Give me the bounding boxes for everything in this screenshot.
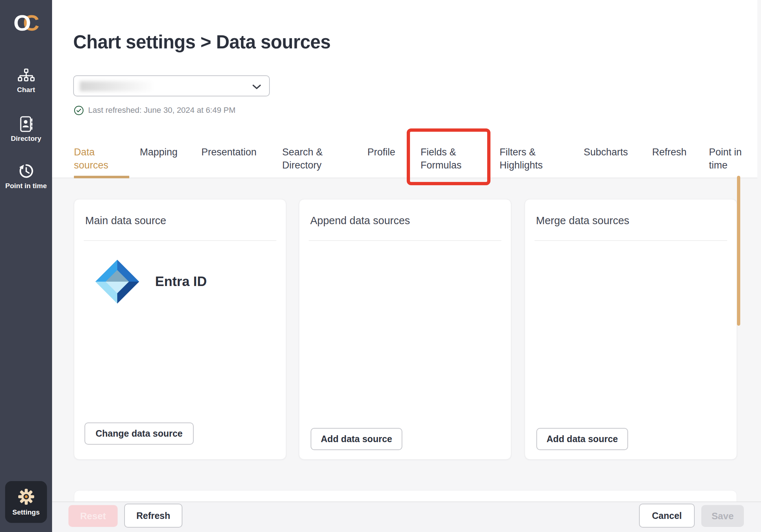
data-source-name: Entra ID bbox=[155, 274, 207, 289]
card-divider bbox=[535, 240, 727, 241]
check-circle-icon bbox=[74, 106, 84, 115]
sidebar-item-label: Point in time bbox=[0, 182, 52, 190]
logo-letter-o: O bbox=[13, 10, 30, 35]
card-divider bbox=[84, 240, 276, 241]
chevron-down-icon bbox=[252, 84, 261, 90]
next-section-card-partial bbox=[74, 490, 737, 501]
card-title: Merge data sources bbox=[536, 215, 629, 227]
tab-mapping[interactable]: Mapping bbox=[140, 146, 185, 159]
chart-selector-dropdown[interactable] bbox=[73, 75, 270, 96]
settings-tab-bar: Data sources Mapping Presentation Search… bbox=[52, 141, 761, 178]
gear-icon bbox=[17, 488, 35, 506]
tab-subcharts[interactable]: Subcharts bbox=[584, 146, 635, 159]
tab-search-directory[interactable]: Search & Directory bbox=[282, 146, 329, 172]
data-sources-content: Main data source Entra ID Change data so… bbox=[52, 178, 761, 501]
add-data-source-button-merge[interactable]: Add data source bbox=[536, 428, 628, 450]
history-icon bbox=[17, 162, 35, 180]
footer-action-bar: Reset Refresh Cancel Save bbox=[52, 501, 761, 532]
page-title: Chart settings > Data sources bbox=[73, 31, 331, 53]
card-title: Append data sources bbox=[310, 215, 410, 227]
sidebar-item-label: Directory bbox=[0, 135, 52, 143]
main-panel: Chart settings > Data sources Last refre… bbox=[52, 0, 761, 532]
cancel-button[interactable]: Cancel bbox=[639, 504, 695, 528]
change-data-source-button[interactable]: Change data source bbox=[84, 422, 194, 445]
tab-fields-formulas[interactable]: Fields & Formulas bbox=[421, 146, 467, 172]
last-refreshed-text: Last refreshed: June 30, 2024 at 6:49 PM bbox=[88, 106, 236, 115]
merge-data-sources-card: Merge data sources Add data source bbox=[525, 199, 737, 460]
app-logo[interactable]: OC bbox=[0, 12, 52, 34]
sidebar-item-settings[interactable]: Settings bbox=[5, 481, 47, 523]
tab-filters-highlights[interactable]: Filters & Highlights bbox=[500, 146, 554, 172]
append-data-sources-card: Append data sources Add data source bbox=[299, 199, 511, 460]
active-tab-underline bbox=[74, 176, 129, 178]
directory-icon bbox=[18, 116, 35, 132]
save-button[interactable]: Save bbox=[701, 505, 744, 527]
refresh-button[interactable]: Refresh bbox=[124, 504, 182, 528]
sidebar-item-directory[interactable]: Directory bbox=[0, 116, 52, 143]
sidebar-item-point-in-time[interactable]: Point in time bbox=[0, 162, 52, 190]
tab-point-in-time[interactable]: Point in time bbox=[709, 146, 744, 172]
chart-selector-value-redacted bbox=[80, 81, 153, 91]
entra-id-logo bbox=[94, 258, 141, 305]
sidebar-item-label: Chart bbox=[0, 86, 52, 94]
card-title: Main data source bbox=[85, 215, 166, 227]
org-chart-icon bbox=[17, 68, 35, 84]
sidebar-item-chart[interactable]: Chart bbox=[0, 68, 52, 94]
scrollbar-gutter bbox=[757, 0, 761, 178]
reset-button[interactable]: Reset bbox=[68, 505, 118, 527]
settings-label: Settings bbox=[12, 508, 40, 516]
data-source-row: Entra ID bbox=[94, 258, 207, 305]
tab-refresh[interactable]: Refresh bbox=[652, 146, 690, 159]
tab-data-sources[interactable]: Data sources bbox=[74, 146, 115, 172]
last-refreshed-status: Last refreshed: June 30, 2024 at 6:49 PM bbox=[74, 105, 236, 116]
card-divider bbox=[309, 240, 501, 241]
tab-profile[interactable]: Profile bbox=[367, 146, 402, 159]
sidebar: OC Chart Directory Point in time bbox=[0, 0, 52, 532]
main-data-source-card: Main data source Entra ID Change data so… bbox=[74, 199, 286, 460]
tab-presentation[interactable]: Presentation bbox=[201, 146, 267, 159]
add-data-source-button-append[interactable]: Add data source bbox=[311, 428, 402, 450]
vertical-scrollbar-thumb[interactable] bbox=[737, 176, 740, 326]
